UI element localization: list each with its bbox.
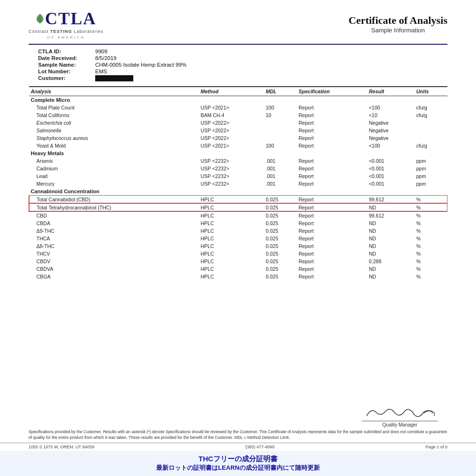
signature-svg <box>362 403 438 421</box>
cell-result: <0.001 <box>367 157 415 165</box>
cell-result: ND <box>367 273 415 280</box>
cell-method: USP <2022> <box>198 134 264 142</box>
table-section-header: Complete Micro <box>29 96 447 104</box>
sample-name-value: CHM-0005 Isolate Hemp Extract 99% <box>95 62 187 68</box>
quality-manager-label: Quality Manager <box>362 421 438 427</box>
cell-spec: Report <box>297 165 367 172</box>
header: CTLA Contract TESTING Laboratories OF AM… <box>0 0 476 40</box>
table-row: LeadUSP <2232>.001Report<0.001ppm <box>29 172 447 180</box>
cell-method: USP <2232> <box>198 165 264 172</box>
cell-method: HPLC <box>198 219 264 227</box>
date-label: Date Received: <box>38 55 95 61</box>
cell-analysis: Total Tetrahydrocannabinol (THC) <box>29 203 199 211</box>
cell-method: USP <2232> <box>198 157 264 165</box>
cell-analysis: CBDA <box>29 219 199 227</box>
signature-image <box>362 402 438 421</box>
cell-result: Negative <box>367 134 415 142</box>
col-method: Method <box>198 87 264 96</box>
table-section-header: Cannabinoid Concentration <box>29 188 447 196</box>
customer-redacted <box>95 75 133 81</box>
table-row: THCVHPLC0.025ReportND% <box>29 250 447 258</box>
cell-mdl: .001 <box>264 165 297 172</box>
table-row: Total Tetrahydrocannabinol (THC)HPLC0.02… <box>29 203 447 211</box>
cell-spec: Report <box>297 104 367 111</box>
cell-analysis: Escherichia coli <box>29 119 199 127</box>
cell-analysis: Yeast & Mold <box>29 142 199 149</box>
cell-mdl: .001 <box>264 180 297 188</box>
table-row: Δ8-THCHPLC0.025ReportND% <box>29 242 447 250</box>
cell-spec: Report <box>297 142 367 149</box>
table-row: Total Plate CountUSP <2021>100Report<100… <box>29 104 447 111</box>
table-row: CBDAHPLC0.025ReportND% <box>29 219 447 227</box>
cell-analysis: Lead <box>29 172 199 180</box>
cell-analysis: Arsenic <box>29 157 199 165</box>
table-row: MercuryUSP <2232>.001Report<0.001ppm <box>29 180 447 188</box>
sample-row-date: Date Received: 8/5/2019 <box>38 55 438 61</box>
cell-result: <0.001 <box>367 172 415 180</box>
cell-method: USP <2022> <box>198 127 264 134</box>
cell-result: ND <box>367 227 415 235</box>
cell-mdl <box>264 127 297 134</box>
cell-method: HPLC <box>198 242 264 250</box>
cell-result: ND <box>367 219 415 227</box>
table-row: CadmiumUSP <2232>.001Report<0.001ppm <box>29 165 447 172</box>
cell-result: ND <box>367 203 415 211</box>
cell-result: Negative <box>367 127 415 134</box>
cell-mdl: 0.025 <box>264 273 297 280</box>
cell-spec: Report <box>297 250 367 258</box>
table-row: Total Cannabidiol (CBD)HPLC0.025Report99… <box>29 195 447 203</box>
cell-analysis: Total Cannabidiol (CBD) <box>29 195 199 203</box>
cell-method: HPLC <box>198 265 264 273</box>
cell-analysis: CBDV <box>29 258 199 265</box>
cell-analysis: Total Coliforms <box>29 111 199 119</box>
analysis-table: Analysis Method MDL Specification Result… <box>29 86 447 280</box>
cell-result: <100 <box>367 142 415 149</box>
cell-analysis: THCA <box>29 235 199 242</box>
col-spec: Specification <box>297 87 367 96</box>
cell-units: % <box>415 219 447 227</box>
sample-row-id: CTLA ID: 9909 <box>38 49 438 54</box>
cell-mdl: 0.025 <box>264 227 297 235</box>
cell-spec: Report <box>297 211 367 219</box>
cell-mdl: 0.025 <box>264 211 297 219</box>
cell-result: ND <box>367 235 415 242</box>
cell-spec: Report <box>297 203 367 211</box>
cell-units: ppm <box>415 157 447 165</box>
sample-row-customer: Customer: <box>38 75 438 81</box>
table-row: CBGAHPLC0.025ReportND% <box>29 273 447 280</box>
cell-mdl: .001 <box>264 157 297 165</box>
col-analysis: Analysis <box>29 87 199 96</box>
cell-units: ppm <box>415 180 447 188</box>
cell-spec: Report <box>297 134 367 142</box>
ctla-id-label: CTLA ID: <box>38 49 95 54</box>
table-row: Δ9-THCHPLC0.025ReportND% <box>29 227 447 235</box>
cell-mdl <box>264 134 297 142</box>
footer-address: 1055 S 1675 W, OREM, UT 84059 <box>29 445 94 449</box>
col-units: Units <box>415 87 447 96</box>
cell-mdl: 10 <box>264 111 297 119</box>
cell-analysis: CBD <box>29 211 199 219</box>
footer-bottom: 1055 S 1675 W, OREM, UT 84059 (385) 477-… <box>0 443 476 451</box>
table-row: Staphylococcus aureusUSP <2022>ReportNeg… <box>29 134 447 142</box>
lot-label: Lot Number: <box>38 69 95 74</box>
testing-word: TESTING <box>50 29 72 34</box>
sample-row-name: Sample Name: CHM-0005 Isolate Hemp Extra… <box>38 62 438 68</box>
cell-analysis: Mercury <box>29 180 199 188</box>
jp-line2: 最新ロットの証明書はLEARNの成分証明書内にて随時更新 <box>29 464 447 472</box>
cell-units: % <box>415 242 447 250</box>
table-row: CBDHPLC0.025Report99.612% <box>29 211 447 219</box>
japanese-footer: THCフリーの成分証明書 最新ロットの証明書はLEARNの成分証明書内にて随時更… <box>0 451 476 476</box>
cell-mdl: 0.025 <box>264 250 297 258</box>
page: CTLA Contract TESTING Laboratories OF AM… <box>0 0 476 476</box>
cell-spec: Report <box>297 111 367 119</box>
lot-value: EMS <box>95 69 107 74</box>
logo-area: CTLA Contract TESTING Laboratories OF AM… <box>29 9 103 40</box>
cell-result: <0.001 <box>367 180 415 188</box>
cell-mdl: 0.025 <box>264 258 297 265</box>
customer-label: Customer: <box>38 75 95 81</box>
cell-mdl: 0.025 <box>264 195 297 203</box>
cell-analysis: Total Plate Count <box>29 104 199 111</box>
cell-spec: Report <box>297 258 367 265</box>
jp-line1: THCフリーの成分証明書 <box>29 455 447 464</box>
col-mdl: MDL <box>264 87 297 96</box>
